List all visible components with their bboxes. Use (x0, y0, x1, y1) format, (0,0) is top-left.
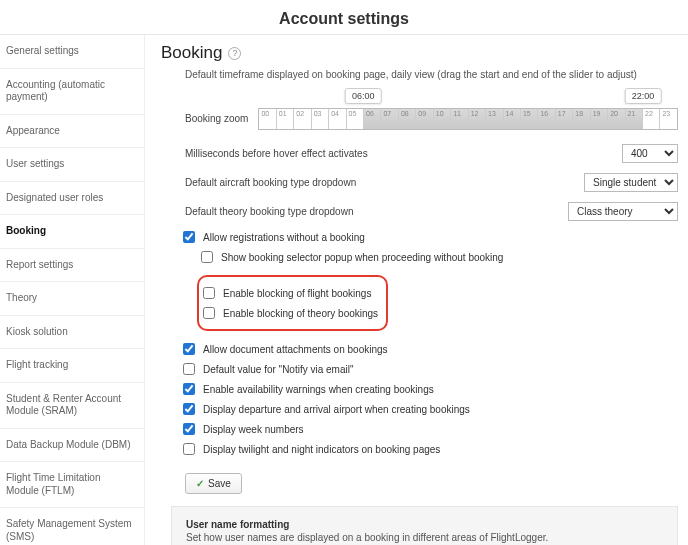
highlighted-options: Enable blocking of flight bookings Enabl… (197, 275, 388, 331)
checkbox-label: Allow registrations without a booking (203, 232, 365, 243)
theory-type-label: Default theory booking type dropdown (185, 206, 353, 217)
checkbox-label: Default value for "Notify via email" (203, 364, 354, 375)
help-icon[interactable]: ? (228, 47, 241, 60)
card-title: User name formatting (186, 519, 663, 530)
hour-cell[interactable]: 03 (312, 109, 329, 129)
availability-warnings-checkbox[interactable]: Enable availability warnings when creati… (183, 383, 678, 395)
checkbox-input[interactable] (183, 363, 195, 375)
sidebar-item[interactable]: Booking (0, 215, 144, 249)
sidebar-item[interactable]: Designated user roles (0, 182, 144, 216)
allow-registrations-checkbox[interactable]: Allow registrations without a booking (183, 231, 678, 243)
hover-ms-row: Milliseconds before hover effect activat… (185, 144, 678, 163)
checkbox-label: Enable blocking of theory bookings (223, 308, 378, 319)
sidebar-item[interactable]: Appearance (0, 115, 144, 149)
settings-sidebar: General settingsAccounting (automatic pa… (0, 35, 145, 545)
hover-ms-select[interactable]: 400 (622, 144, 678, 163)
hour-cell[interactable]: 20 (608, 109, 625, 129)
sidebar-item[interactable]: Data Backup Module (DBM) (0, 429, 144, 463)
aircraft-type-select[interactable]: Single student (584, 173, 678, 192)
slider-end-handle[interactable]: 22:00 (625, 88, 662, 104)
hour-cell[interactable]: 00 (259, 109, 276, 129)
booking-zoom-slider[interactable]: Booking zoom 06:00 22:00 000102030405060… (185, 90, 678, 130)
sidebar-item[interactable]: General settings (0, 35, 144, 69)
hour-cell[interactable]: 16 (538, 109, 555, 129)
hour-cell[interactable]: 17 (556, 109, 573, 129)
hour-cell[interactable]: 05 (347, 109, 364, 129)
hour-cell[interactable]: 22 (643, 109, 660, 129)
sidebar-item[interactable]: Report settings (0, 249, 144, 283)
checkbox-label: Display twilight and night indicators on… (203, 444, 440, 455)
theory-type-select[interactable]: Class theory (568, 202, 678, 221)
sidebar-item[interactable]: Accounting (automatic payment) (0, 69, 144, 115)
save-button[interactable]: ✓ Save (185, 473, 242, 494)
sidebar-item[interactable]: Safety Management System (SMS) (0, 508, 144, 545)
slider-start-handle[interactable]: 06:00 (345, 88, 382, 104)
checkbox-input[interactable] (183, 383, 195, 395)
card-description: Set how user names are displayed on a bo… (186, 532, 663, 543)
section-heading: Booking ? (161, 43, 678, 63)
hour-cell[interactable]: 21 (626, 109, 643, 129)
checkbox-label: Allow document attachments on bookings (203, 344, 388, 355)
check-icon: ✓ (196, 478, 204, 489)
sidebar-item[interactable]: Flight Time Limitation Module (FTLM) (0, 462, 144, 508)
show-selector-checkbox[interactable]: Show booking selector popup when proceed… (201, 251, 678, 263)
checkbox-input[interactable] (183, 423, 195, 435)
hour-cell[interactable]: 23 (660, 109, 676, 129)
checkbox-label: Display departure and arrival airport wh… (203, 404, 470, 415)
checkbox-input[interactable] (203, 307, 215, 319)
hour-cell[interactable]: 04 (329, 109, 346, 129)
theory-type-row: Default theory booking type dropdown Cla… (185, 202, 678, 221)
save-button-label: Save (208, 478, 231, 489)
checkbox-input[interactable] (201, 251, 213, 263)
timeframe-description: Default timeframe displayed on booking p… (185, 69, 678, 80)
departure-arrival-checkbox[interactable]: Display departure and arrival airport wh… (183, 403, 678, 415)
checkbox-input[interactable] (183, 403, 195, 415)
hour-cell[interactable]: 15 (521, 109, 538, 129)
hour-cell[interactable]: 09 (416, 109, 433, 129)
page-title: Account settings (0, 0, 688, 34)
aircraft-type-label: Default aircraft booking type dropdown (185, 177, 356, 188)
week-numbers-checkbox[interactable]: Display week numbers (183, 423, 678, 435)
hour-cell[interactable]: 19 (591, 109, 608, 129)
sidebar-item[interactable]: Theory (0, 282, 144, 316)
hour-cell[interactable]: 12 (469, 109, 486, 129)
checkbox-input[interactable] (183, 343, 195, 355)
sidebar-item[interactable]: Student & Renter Account Module (SRAM) (0, 383, 144, 429)
checkbox-label: Display week numbers (203, 424, 304, 435)
hour-cell[interactable]: 10 (434, 109, 451, 129)
slider-label: Booking zoom (185, 113, 248, 130)
checkbox-label: Enable blocking of flight bookings (223, 288, 371, 299)
sidebar-item[interactable]: Kiosk solution (0, 316, 144, 350)
checkbox-group: Allow registrations without a booking Sh… (183, 231, 678, 455)
notify-email-checkbox[interactable]: Default value for "Notify via email" (183, 363, 678, 375)
checkbox-label: Enable availability warnings when creati… (203, 384, 434, 395)
sidebar-item[interactable]: Flight tracking (0, 349, 144, 383)
block-theory-checkbox[interactable]: Enable blocking of theory bookings (203, 307, 378, 319)
allow-documents-checkbox[interactable]: Allow document attachments on bookings (183, 343, 678, 355)
timeline-track[interactable]: 0001020304050607080910111213141516171819… (258, 108, 678, 130)
sidebar-item[interactable]: User settings (0, 148, 144, 182)
hour-cell[interactable]: 14 (504, 109, 521, 129)
settings-main: Booking ? Default timeframe displayed on… (145, 35, 688, 545)
hour-cell[interactable]: 18 (573, 109, 590, 129)
checkbox-label: Show booking selector popup when proceed… (221, 252, 503, 263)
aircraft-type-row: Default aircraft booking type dropdown S… (185, 173, 678, 192)
twilight-checkbox[interactable]: Display twilight and night indicators on… (183, 443, 678, 455)
hour-cell[interactable]: 13 (486, 109, 503, 129)
checkbox-input[interactable] (183, 231, 195, 243)
checkbox-input[interactable] (183, 443, 195, 455)
hour-cell[interactable]: 02 (294, 109, 311, 129)
section-heading-text: Booking (161, 43, 222, 63)
username-formatting-card: User name formatting Set how user names … (171, 506, 678, 545)
checkbox-input[interactable] (203, 287, 215, 299)
hour-cell[interactable]: 07 (381, 109, 398, 129)
hour-cell[interactable]: 06 (364, 109, 381, 129)
hover-ms-label: Milliseconds before hover effect activat… (185, 148, 368, 159)
timeline[interactable]: 06:00 22:00 0001020304050607080910111213… (258, 90, 678, 130)
block-flight-checkbox[interactable]: Enable blocking of flight bookings (203, 287, 378, 299)
hour-cell[interactable]: 01 (277, 109, 294, 129)
hour-cell[interactable]: 11 (451, 109, 468, 129)
hour-cell[interactable]: 08 (399, 109, 416, 129)
